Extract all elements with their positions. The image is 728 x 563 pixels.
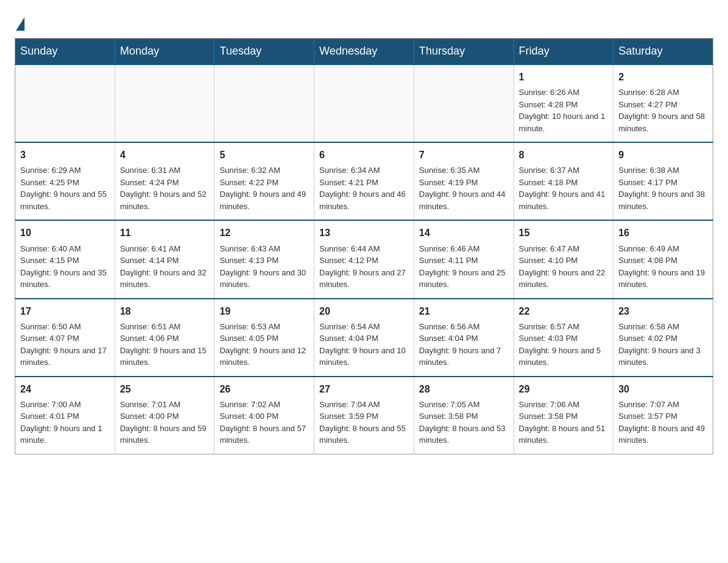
- calendar-cell: 10Sunrise: 6:40 AMSunset: 4:15 PMDayligh…: [15, 220, 115, 298]
- calendar-cell: 22Sunrise: 6:57 AMSunset: 4:03 PMDayligh…: [514, 299, 613, 377]
- day-info: Sunrise: 6:51 AMSunset: 4:06 PMDaylight:…: [120, 321, 210, 369]
- day-info: Sunrise: 6:28 AMSunset: 4:27 PMDaylight:…: [618, 86, 708, 134]
- calendar-cell: 13Sunrise: 6:44 AMSunset: 4:12 PMDayligh…: [314, 220, 414, 298]
- calendar-cell: 15Sunrise: 6:47 AMSunset: 4:10 PMDayligh…: [514, 220, 613, 298]
- day-info: Sunrise: 6:53 AMSunset: 4:05 PMDaylight:…: [219, 321, 309, 369]
- day-info: Sunrise: 6:41 AMSunset: 4:14 PMDaylight:…: [120, 243, 210, 291]
- day-number: 17: [20, 304, 110, 318]
- day-info: Sunrise: 6:35 AMSunset: 4:19 PMDaylight:…: [419, 164, 509, 212]
- day-info: Sunrise: 6:43 AMSunset: 4:13 PMDaylight:…: [219, 243, 309, 291]
- day-number: 20: [319, 304, 409, 318]
- day-info: Sunrise: 6:47 AMSunset: 4:10 PMDaylight:…: [519, 243, 609, 291]
- calendar-cell: 14Sunrise: 6:46 AMSunset: 4:11 PMDayligh…: [414, 220, 514, 298]
- calendar-table: SundayMondayTuesdayWednesdayThursdayFrid…: [15, 38, 713, 454]
- calendar-cell: 30Sunrise: 7:07 AMSunset: 3:57 PMDayligh…: [613, 377, 713, 454]
- day-number: 1: [519, 70, 609, 84]
- column-header-saturday: Saturday: [613, 39, 713, 65]
- day-number: 27: [319, 382, 409, 396]
- calendar-cell: 21Sunrise: 6:56 AMSunset: 4:04 PMDayligh…: [414, 299, 514, 377]
- calendar-cell: 9Sunrise: 6:38 AMSunset: 4:17 PMDaylight…: [613, 142, 713, 220]
- calendar-cell: 3Sunrise: 6:29 AMSunset: 4:25 PMDaylight…: [15, 142, 115, 220]
- calendar-cell: 24Sunrise: 7:00 AMSunset: 4:01 PMDayligh…: [15, 377, 115, 454]
- day-info: Sunrise: 6:54 AMSunset: 4:04 PMDaylight:…: [319, 321, 409, 369]
- calendar-cell: 25Sunrise: 7:01 AMSunset: 4:00 PMDayligh…: [115, 377, 214, 454]
- day-info: Sunrise: 6:26 AMSunset: 4:28 PMDaylight:…: [519, 86, 609, 134]
- calendar-cell: 8Sunrise: 6:37 AMSunset: 4:18 PMDaylight…: [514, 142, 613, 220]
- day-number: 23: [618, 304, 708, 318]
- day-number: 5: [219, 148, 309, 162]
- calendar-cell: 11Sunrise: 6:41 AMSunset: 4:14 PMDayligh…: [115, 220, 214, 298]
- day-info: Sunrise: 7:07 AMSunset: 3:57 PMDaylight:…: [618, 399, 708, 446]
- day-number: 22: [519, 304, 609, 318]
- day-number: 28: [419, 382, 509, 396]
- day-number: 21: [419, 304, 509, 318]
- day-info: Sunrise: 6:32 AMSunset: 4:22 PMDaylight:…: [219, 164, 309, 212]
- day-number: 10: [20, 226, 110, 240]
- day-info: Sunrise: 6:40 AMSunset: 4:15 PMDaylight:…: [20, 243, 110, 291]
- calendar-cell: 2Sunrise: 6:28 AMSunset: 4:27 PMDaylight…: [613, 64, 713, 142]
- day-info: Sunrise: 7:02 AMSunset: 4:00 PMDaylight:…: [219, 399, 309, 446]
- calendar-cell: 28Sunrise: 7:05 AMSunset: 3:58 PMDayligh…: [414, 377, 514, 454]
- calendar-week-3: 10Sunrise: 6:40 AMSunset: 4:15 PMDayligh…: [15, 220, 713, 298]
- day-number: 12: [219, 226, 309, 240]
- logo-triangle-icon: [16, 17, 25, 31]
- day-info: Sunrise: 6:34 AMSunset: 4:21 PMDaylight:…: [319, 164, 409, 212]
- day-number: 9: [618, 148, 708, 162]
- column-header-thursday: Thursday: [414, 39, 514, 65]
- calendar-cell: 18Sunrise: 6:51 AMSunset: 4:06 PMDayligh…: [115, 299, 214, 377]
- day-number: 2: [618, 70, 708, 84]
- day-info: Sunrise: 7:01 AMSunset: 4:00 PMDaylight:…: [120, 399, 210, 446]
- day-number: 3: [20, 148, 110, 162]
- calendar-cell: [15, 64, 115, 142]
- calendar-week-5: 24Sunrise: 7:00 AMSunset: 4:01 PMDayligh…: [15, 377, 713, 454]
- calendar-cell: 6Sunrise: 6:34 AMSunset: 4:21 PMDaylight…: [314, 142, 414, 220]
- calendar-cell: 29Sunrise: 7:06 AMSunset: 3:58 PMDayligh…: [514, 377, 613, 454]
- column-header-monday: Monday: [115, 39, 214, 65]
- day-number: 25: [120, 382, 210, 396]
- day-number: 13: [319, 226, 409, 240]
- calendar-cell: 5Sunrise: 6:32 AMSunset: 4:22 PMDaylight…: [214, 142, 314, 220]
- calendar-week-4: 17Sunrise: 6:50 AMSunset: 4:07 PMDayligh…: [15, 299, 713, 377]
- calendar-cell: [414, 64, 514, 142]
- calendar-cell: [214, 64, 314, 142]
- day-number: 19: [219, 304, 309, 318]
- day-info: Sunrise: 6:50 AMSunset: 4:07 PMDaylight:…: [20, 321, 110, 369]
- calendar-cell: 1Sunrise: 6:26 AMSunset: 4:28 PMDaylight…: [514, 64, 613, 142]
- calendar-cell: 20Sunrise: 6:54 AMSunset: 4:04 PMDayligh…: [314, 299, 414, 377]
- day-number: 26: [219, 382, 309, 396]
- day-number: 29: [519, 382, 609, 396]
- day-info: Sunrise: 7:04 AMSunset: 3:59 PMDaylight:…: [319, 399, 409, 446]
- day-info: Sunrise: 6:31 AMSunset: 4:24 PMDaylight:…: [120, 164, 210, 212]
- calendar-cell: 4Sunrise: 6:31 AMSunset: 4:24 PMDaylight…: [115, 142, 214, 220]
- day-info: Sunrise: 7:00 AMSunset: 4:01 PMDaylight:…: [20, 399, 110, 446]
- day-info: Sunrise: 6:46 AMSunset: 4:11 PMDaylight:…: [419, 243, 509, 291]
- calendar-cell: [115, 64, 214, 142]
- logo: [15, 15, 25, 28]
- calendar-header-row: SundayMondayTuesdayWednesdayThursdayFrid…: [15, 39, 713, 65]
- calendar-cell: 27Sunrise: 7:04 AMSunset: 3:59 PMDayligh…: [314, 377, 414, 454]
- column-header-sunday: Sunday: [15, 39, 115, 65]
- column-header-wednesday: Wednesday: [314, 39, 414, 65]
- day-info: Sunrise: 6:58 AMSunset: 4:02 PMDaylight:…: [618, 321, 708, 369]
- calendar-cell: 23Sunrise: 6:58 AMSunset: 4:02 PMDayligh…: [613, 299, 713, 377]
- day-info: Sunrise: 6:44 AMSunset: 4:12 PMDaylight:…: [319, 243, 409, 291]
- calendar-cell: 17Sunrise: 6:50 AMSunset: 4:07 PMDayligh…: [15, 299, 115, 377]
- day-number: 30: [618, 382, 708, 396]
- calendar-week-2: 3Sunrise: 6:29 AMSunset: 4:25 PMDaylight…: [15, 142, 713, 220]
- calendar-cell: 19Sunrise: 6:53 AMSunset: 4:05 PMDayligh…: [214, 299, 314, 377]
- day-info: Sunrise: 6:38 AMSunset: 4:17 PMDaylight:…: [618, 164, 708, 212]
- day-info: Sunrise: 7:06 AMSunset: 3:58 PMDaylight:…: [519, 399, 609, 446]
- calendar-cell: 16Sunrise: 6:49 AMSunset: 4:08 PMDayligh…: [613, 220, 713, 298]
- day-number: 14: [419, 226, 509, 240]
- day-number: 7: [419, 148, 509, 162]
- day-info: Sunrise: 6:49 AMSunset: 4:08 PMDaylight:…: [618, 243, 708, 291]
- day-number: 18: [120, 304, 210, 318]
- column-header-friday: Friday: [514, 39, 613, 65]
- day-number: 4: [120, 148, 210, 162]
- calendar-cell: [314, 64, 414, 142]
- day-number: 16: [618, 226, 708, 240]
- calendar-cell: 7Sunrise: 6:35 AMSunset: 4:19 PMDaylight…: [414, 142, 514, 220]
- calendar-week-1: 1Sunrise: 6:26 AMSunset: 4:28 PMDaylight…: [15, 64, 713, 142]
- column-header-tuesday: Tuesday: [214, 39, 314, 65]
- calendar-cell: 12Sunrise: 6:43 AMSunset: 4:13 PMDayligh…: [214, 220, 314, 298]
